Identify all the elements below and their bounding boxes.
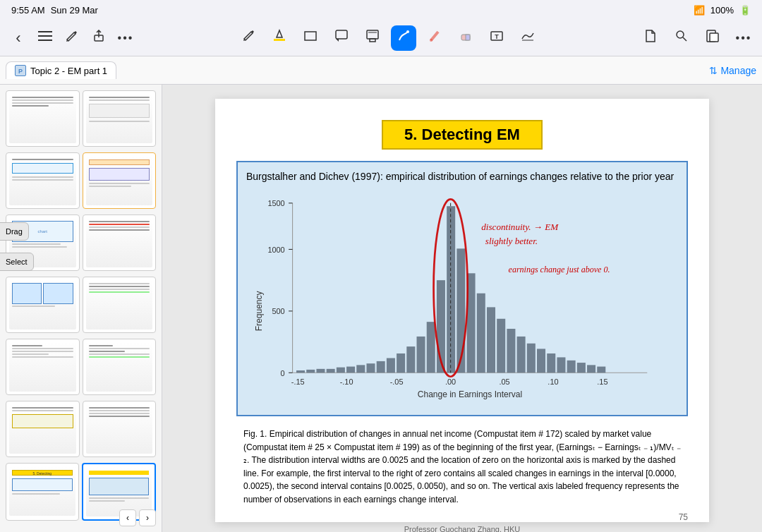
sidebar-nav: ‹ › (119, 509, 156, 526)
content-area: 5. Detecting EM Burgstalher and Dichev (… (162, 85, 762, 532)
svg-rect-32 (296, 370, 305, 373)
tool-text-button[interactable]: T (484, 25, 509, 51)
svg-rect-38 (356, 365, 365, 373)
svg-rect-60 (577, 363, 586, 373)
sort-icon: ⇅ (709, 65, 718, 76)
svg-line-18 (683, 37, 687, 41)
drag-label: Drag (6, 227, 23, 236)
pages-icon (706, 29, 720, 47)
caption-text: Fig. 1. Empirical distribution of change… (243, 428, 681, 507)
thumbnail-4[interactable] (83, 152, 157, 209)
histogram-svg: Frequency 0 500 1000 1500 (246, 188, 678, 404)
pen-icon (397, 29, 411, 47)
svg-rect-33 (306, 370, 315, 373)
prev-icon: ‹ (126, 513, 129, 523)
chart-container: Burgstalher and Dichev (1997): empirical… (236, 161, 688, 416)
svg-rect-61 (587, 365, 595, 373)
svg-text:.10: .10 (548, 377, 558, 386)
svg-point-11 (430, 39, 433, 42)
svg-text:.15: .15 (597, 377, 607, 386)
svg-rect-41 (387, 358, 395, 373)
svg-rect-52 (497, 319, 505, 373)
edit-button[interactable] (59, 25, 85, 51)
sidebar: Drag Select (0, 85, 162, 532)
search-button[interactable] (669, 25, 694, 51)
list-icon (38, 30, 52, 45)
edit-icon (66, 30, 78, 46)
pages-button[interactable] (700, 25, 725, 51)
svg-text:earnings change just above 0.: earnings change just above 0. (509, 265, 610, 274)
svg-rect-55 (527, 344, 536, 373)
svg-text:.05: .05 (500, 377, 510, 386)
svg-rect-45 (427, 322, 435, 373)
battery-percent: 100% (710, 5, 734, 16)
svg-rect-37 (346, 367, 355, 373)
svg-rect-54 (517, 337, 526, 373)
svg-rect-6 (336, 30, 347, 39)
tool-pen-button[interactable] (391, 25, 416, 51)
thumbnail-11[interactable] (6, 401, 80, 457)
svg-rect-51 (487, 307, 495, 373)
thumbnail-1[interactable] (6, 90, 80, 147)
tab-bar: P Topic 2 - EM part 1 ⇅ Manage (0, 56, 762, 85)
manage-label: Manage (720, 65, 756, 76)
svg-text:-.15: -.15 (291, 377, 305, 386)
search-icon (675, 29, 689, 47)
svg-rect-62 (597, 367, 605, 373)
professor-text: Professor Guochang Zhang, HKU (404, 525, 520, 532)
svg-text:-.05: -.05 (390, 377, 404, 386)
svg-text:slightly better.: slightly better. (485, 236, 538, 246)
tool-stamp-button[interactable] (360, 25, 385, 51)
svg-rect-0 (38, 31, 52, 32)
svg-text:1500: 1500 (267, 199, 284, 207)
tool-marker-button[interactable] (422, 25, 447, 51)
tool-eraser-button[interactable] (453, 25, 478, 51)
thumbnail-2[interactable] (83, 90, 157, 147)
page-container: 5. Detecting EM Burgstalher and Dichev (… (215, 99, 709, 522)
back-button[interactable]: ‹ (6, 25, 31, 51)
svg-rect-34 (316, 369, 325, 373)
note-icon (334, 29, 349, 47)
tool-pencil-button[interactable] (236, 25, 261, 51)
thumbnail-10[interactable] (83, 339, 157, 395)
tool-note-button[interactable] (329, 25, 354, 51)
outline-button[interactable] (32, 25, 58, 51)
thumbnail-8[interactable] (83, 277, 157, 333)
svg-rect-44 (417, 337, 425, 373)
more-left-button[interactable]: ••• (113, 25, 138, 51)
svg-text:Change in Earnings Interval: Change in Earnings Interval (418, 389, 522, 399)
stamp-icon (365, 29, 380, 47)
tool-highlight-text-button[interactable] (267, 25, 292, 51)
manage-button[interactable]: ⇅ Manage (709, 65, 756, 76)
document-button[interactable] (638, 25, 663, 51)
more-right-button[interactable]: ••• (731, 25, 756, 51)
drag-button[interactable]: Drag (0, 222, 29, 241)
figure-caption: Fig. 1. Empirical distribution of change… (236, 428, 688, 507)
svg-text:T: T (495, 33, 499, 40)
svg-rect-50 (477, 294, 485, 373)
document-tab[interactable]: P Topic 2 - EM part 1 (6, 61, 116, 79)
svg-text:500: 500 (272, 307, 284, 315)
select-button[interactable]: Select (0, 253, 34, 271)
thumbnail-7[interactable] (6, 277, 80, 333)
back-icon: ‹ (16, 29, 20, 47)
svg-rect-36 (337, 368, 345, 373)
thumbnail-3[interactable] (6, 152, 80, 209)
doc-tab-icon: P (15, 65, 26, 76)
tool-signature-button[interactable] (515, 25, 540, 51)
nav-next-button[interactable]: › (139, 509, 156, 526)
thumbnail-13[interactable]: 5. Detecting (6, 463, 79, 521)
share-button[interactable] (86, 25, 111, 51)
tool-rect-button[interactable] (298, 25, 323, 51)
highlight-text-icon (272, 29, 286, 47)
thumbnail-6[interactable] (83, 214, 157, 271)
svg-rect-59 (567, 361, 576, 373)
thumbnail-12[interactable] (83, 401, 157, 457)
tab-label: Topic 2 - EM part 1 (30, 66, 107, 76)
chart-header: Burgstalher and Dichev (1997): empirical… (246, 171, 678, 182)
thumbnail-9[interactable] (6, 339, 80, 395)
svg-rect-4 (274, 39, 285, 41)
svg-rect-1 (38, 35, 52, 37)
svg-text:Frequency: Frequency (254, 291, 264, 331)
nav-prev-button[interactable]: ‹ (119, 509, 136, 526)
